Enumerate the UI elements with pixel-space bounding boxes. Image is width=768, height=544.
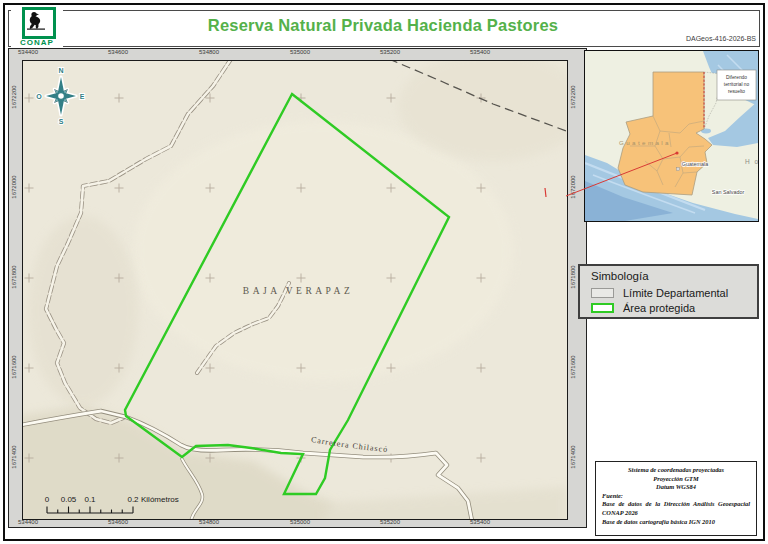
- crs-line-3: Datum WGS84: [602, 483, 750, 492]
- x-tick-top-0: 534400: [18, 49, 38, 55]
- protected-area-swatch: [591, 303, 614, 313]
- credits-box: Sistema de coordenadas proyectadas Proye…: [595, 461, 757, 536]
- source-line-2: Base de datos cartografía básica IGN 201…: [602, 518, 750, 527]
- x-tick-top-3: 535000: [290, 49, 310, 55]
- logo-frame: [22, 7, 56, 39]
- crs-line-1: Sistema de coordenadas proyectadas: [602, 466, 750, 475]
- compass-west-label: O: [36, 93, 42, 100]
- inset-map: Diferendo territorial no resuelto Guatem…: [584, 50, 759, 222]
- y-tick-right-0: 1672200: [570, 85, 576, 108]
- y-tick-left-1: 1672000: [11, 175, 17, 198]
- scale-label-01: 0.1: [84, 495, 96, 504]
- main-map: BAJA VERAPAZ Carretera Chilascó N E S O …: [23, 61, 567, 519]
- source-line-1: Base de datos de la Dirección Análisis G…: [602, 500, 750, 517]
- departmental-boundary-swatch: [591, 288, 614, 298]
- y-tick-right-3: 1671600: [570, 355, 576, 378]
- note-line-3: resuelto: [728, 89, 745, 94]
- country-label: Guatemala: [619, 139, 671, 146]
- legend-item-label: Área protegida: [623, 302, 695, 314]
- y-tick-left-2: 1671800: [11, 265, 17, 288]
- scale-label-0: 0: [45, 495, 50, 504]
- compass-east-label: E: [80, 93, 85, 100]
- legend-item-label: Límite Departamental: [623, 287, 728, 299]
- page-title: Reserva Natural Privada Hacienda Pastore…: [8, 16, 758, 35]
- y-tick-right-2: 1671800: [570, 265, 576, 288]
- x-tick-top-2: 534800: [199, 49, 219, 55]
- san-salvador-label: San Salvador: [712, 189, 745, 195]
- scale-label-005: 0.05: [61, 495, 77, 504]
- department-label: BAJA VERAPAZ: [243, 286, 353, 296]
- y-tick-left-4: 1671400: [11, 445, 17, 468]
- conap-logo-label: CONAP: [11, 38, 63, 47]
- y-tick-left-3: 1671600: [11, 355, 17, 378]
- map-frame: BAJA VERAPAZ Carretera Chilascó N E S O …: [22, 60, 568, 520]
- legend-title: Simbología: [591, 270, 649, 282]
- source-label: Fuente:: [602, 492, 750, 501]
- compass-north-label: N: [58, 67, 63, 74]
- quetzal-bird-icon: [25, 10, 47, 30]
- scale-unit-label: Kilómetros: [141, 495, 179, 504]
- crs-line-2: Proyección GTM: [602, 475, 750, 484]
- honduras-label: H o: [745, 158, 758, 165]
- y-tick-left-0: 1672200: [11, 85, 17, 108]
- compass-south-label: S: [59, 118, 64, 125]
- x-tick-top-5: 535400: [470, 49, 490, 55]
- legend-item-departmental: Límite Departamental: [591, 286, 728, 299]
- legend-box: Simbología Límite Departamental Área pro…: [578, 264, 759, 319]
- x-tick-top-1: 534600: [108, 49, 128, 55]
- x-tick-top-4: 535200: [380, 49, 400, 55]
- note-line-1: Diferendo: [726, 75, 747, 80]
- y-tick-right-1: 1672000: [570, 175, 576, 198]
- capital-label: Guatemala: [682, 161, 708, 167]
- note-line-2: territorial no: [724, 82, 750, 87]
- y-tick-right-4: 1671400: [570, 445, 576, 468]
- territorial-note: Diferendo territorial no resuelto: [717, 70, 756, 100]
- legend-item-protected-area: Área protegida: [591, 301, 695, 314]
- scale-label-02: 0.2: [127, 495, 139, 504]
- conap-logo: CONAP: [11, 7, 63, 47]
- capital-city-marker: [677, 168, 680, 171]
- doc-code: DAGeos-416-2026-BS: [686, 35, 756, 42]
